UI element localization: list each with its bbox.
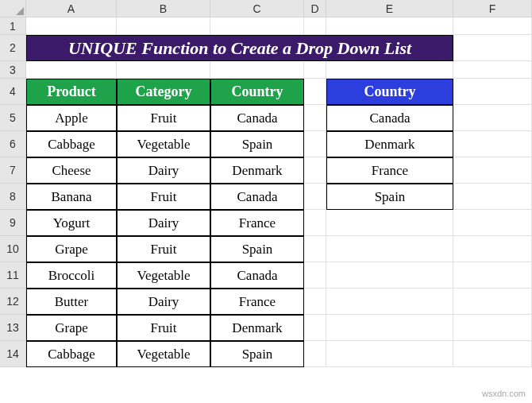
table-cell[interactable]: Grape [26,236,117,262]
table-cell[interactable]: Dairy [117,289,210,315]
table-cell[interactable]: Fruit [117,236,210,262]
table-cell[interactable]: Banana [26,184,117,210]
row-header[interactable]: 9 [0,210,26,236]
table-cell[interactable]: Fruit [117,315,210,341]
row-header[interactable]: 10 [0,236,26,262]
cell[interactable] [304,289,326,315]
table-cell[interactable]: Vegetable [117,262,210,289]
row-header[interactable]: 4 [0,79,26,105]
cell[interactable] [117,17,210,35]
cell[interactable] [453,157,532,184]
table-cell[interactable]: Canada [210,184,304,210]
cell[interactable] [326,210,453,236]
unique-table-cell[interactable]: Denmark [326,131,453,157]
cell[interactable] [304,17,326,35]
cell[interactable] [326,17,453,35]
unique-table-cell[interactable]: Spain [326,184,453,210]
cell[interactable] [304,131,326,157]
row-header[interactable]: 3 [0,61,26,79]
row-header[interactable]: 11 [0,262,26,289]
table-cell[interactable]: Spain [210,236,304,262]
cell[interactable] [304,79,326,105]
unique-table-header[interactable]: Country [326,79,453,105]
cell[interactable] [304,262,326,289]
cell[interactable] [304,315,326,341]
table-cell[interactable]: Cabbage [26,341,117,367]
cell[interactable] [326,315,453,341]
unique-table-cell[interactable]: France [326,157,453,184]
table-cell[interactable]: Cabbage [26,131,117,157]
cell[interactable] [304,341,326,367]
cell[interactable] [304,61,326,79]
table-cell[interactable]: Canada [210,105,304,131]
cell[interactable] [117,61,210,79]
cell[interactable] [304,184,326,210]
cell[interactable] [304,210,326,236]
table-cell[interactable]: Broccoli [26,262,117,289]
table-cell[interactable]: France [210,289,304,315]
table-cell[interactable]: Grape [26,315,117,341]
row-header[interactable]: 6 [0,131,26,157]
cell[interactable] [26,61,117,79]
cell[interactable] [453,315,532,341]
cell[interactable] [326,341,453,367]
cell[interactable] [453,17,532,35]
table-cell[interactable]: Canada [210,262,304,289]
table-cell[interactable]: Spain [210,131,304,157]
cell[interactable] [453,210,532,236]
cell[interactable] [453,289,532,315]
cell[interactable] [326,289,453,315]
cell[interactable] [210,17,304,35]
cell[interactable] [26,17,117,35]
column-header[interactable]: B [117,0,210,17]
column-header[interactable]: E [326,0,453,17]
cell[interactable] [304,236,326,262]
cell[interactable] [326,61,453,79]
table-cell[interactable]: Fruit [117,105,210,131]
row-header[interactable]: 13 [0,315,26,341]
column-header[interactable]: A [26,0,117,17]
row-header[interactable]: 8 [0,184,26,210]
table-cell[interactable]: Spain [210,341,304,367]
cell[interactable] [210,61,304,79]
table-cell[interactable]: France [210,210,304,236]
row-header[interactable]: 14 [0,341,26,367]
column-header[interactable]: F [453,0,532,17]
select-all-corner[interactable] [0,0,26,17]
row-header[interactable]: 7 [0,157,26,184]
cell[interactable] [326,262,453,289]
cell[interactable] [453,131,532,157]
unique-table-cell[interactable]: Canada [326,105,453,131]
column-header[interactable]: C [210,0,304,17]
cell[interactable] [453,61,532,79]
cell[interactable] [453,236,532,262]
cell[interactable] [453,341,532,367]
table-header[interactable]: Product [26,79,117,105]
column-header[interactable]: D [304,0,326,17]
table-cell[interactable]: Fruit [117,184,210,210]
table-header[interactable]: Country [210,79,304,105]
cell[interactable] [453,35,532,61]
table-cell[interactable]: Vegetable [117,131,210,157]
cell[interactable] [304,157,326,184]
table-cell[interactable]: Yogurt [26,210,117,236]
table-cell[interactable]: Vegetable [117,341,210,367]
table-cell[interactable]: Butter [26,289,117,315]
row-header[interactable]: 12 [0,289,26,315]
cell[interactable] [453,262,532,289]
table-cell[interactable]: Dairy [117,210,210,236]
table-header[interactable]: Category [117,79,210,105]
cell[interactable] [453,105,532,131]
cell[interactable] [326,236,453,262]
table-cell[interactable]: Denmark [210,315,304,341]
table-cell[interactable]: Denmark [210,157,304,184]
row-header[interactable]: 5 [0,105,26,131]
table-cell[interactable]: Apple [26,105,117,131]
table-cell[interactable]: Dairy [117,157,210,184]
row-header[interactable]: 2 [0,35,26,61]
cell[interactable] [453,184,532,210]
row-header[interactable]: 1 [0,17,26,35]
cell[interactable] [304,105,326,131]
cell[interactable] [453,79,532,105]
table-cell[interactable]: Cheese [26,157,117,184]
